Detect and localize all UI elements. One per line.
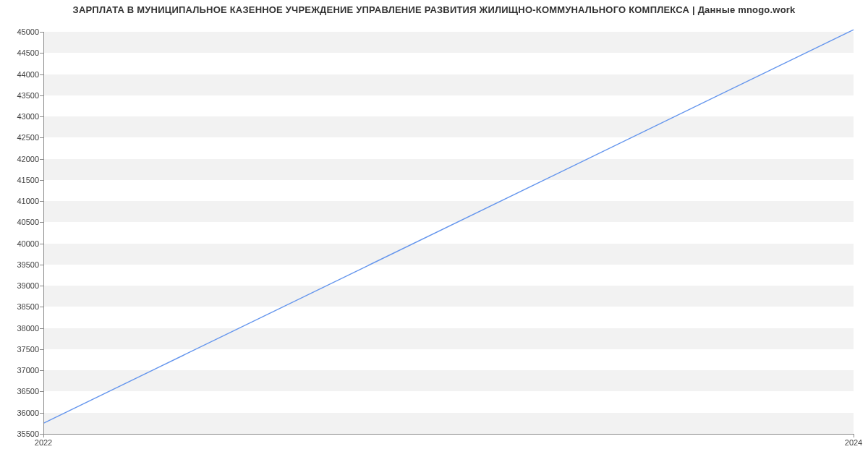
- y-tick-label: 39500: [17, 260, 39, 269]
- y-tick-mark: [40, 328, 43, 329]
- y-tick-mark: [40, 413, 43, 414]
- y-tick-mark: [40, 32, 43, 33]
- y-tick-mark: [40, 159, 43, 160]
- y-tick-label: 41000: [17, 197, 39, 205]
- y-tick-label: 40000: [17, 239, 39, 248]
- y-tick-label: 45000: [17, 27, 39, 36]
- plot-area: [43, 32, 854, 434]
- y-tick-label: 42000: [17, 155, 39, 163]
- y-tick-mark: [40, 53, 43, 54]
- y-tick-mark: [40, 116, 43, 117]
- y-tick-mark: [40, 391, 43, 392]
- y-tick-label: 42500: [17, 133, 39, 142]
- y-tick-label: 44000: [17, 70, 39, 79]
- y-tick-mark: [40, 307, 43, 307]
- y-tick-label: 36500: [17, 387, 39, 396]
- line-series: [43, 32, 854, 434]
- y-tick-mark: [40, 180, 43, 181]
- y-tick-mark: [40, 95, 43, 96]
- y-tick-label: 41500: [17, 176, 39, 184]
- x-tick-mark: [43, 434, 44, 437]
- y-tick-mark: [40, 244, 43, 244]
- y-tick-mark: [40, 265, 43, 265]
- chart-container: ЗАРПЛАТА В МУНИЦИПАЛЬНОЕ КАЗЕННОЕ УЧРЕЖД…: [0, 0, 868, 470]
- x-tick-label: 2024: [845, 438, 862, 447]
- y-tick-label: 39000: [17, 281, 39, 290]
- y-tick-mark: [40, 349, 43, 350]
- y-axis: [43, 32, 44, 434]
- y-tick-label: 38000: [17, 324, 39, 333]
- y-tick-label: 35500: [17, 430, 39, 438]
- y-tick-label: 40500: [17, 218, 39, 226]
- y-tick-label: 36000: [17, 409, 39, 417]
- y-tick-mark: [40, 222, 43, 223]
- y-tick-label: 43500: [17, 91, 39, 100]
- x-tick-mark: [854, 434, 854, 437]
- y-tick-label: 37000: [17, 366, 39, 375]
- y-tick-label: 44500: [17, 48, 39, 57]
- y-tick-label: 38500: [17, 302, 39, 311]
- y-tick-mark: [40, 137, 43, 138]
- y-tick-mark: [40, 74, 43, 75]
- y-tick-label: 37500: [17, 345, 39, 354]
- y-tick-label: 43000: [17, 112, 39, 121]
- chart-title: ЗАРПЛАТА В МУНИЦИПАЛЬНОЕ КАЗЕННОЕ УЧРЕЖД…: [0, 4, 868, 15]
- x-axis: [43, 434, 854, 435]
- y-tick-mark: [40, 201, 43, 202]
- x-tick-label: 2022: [35, 438, 52, 447]
- y-tick-mark: [40, 370, 43, 371]
- y-tick-mark: [40, 286, 43, 286]
